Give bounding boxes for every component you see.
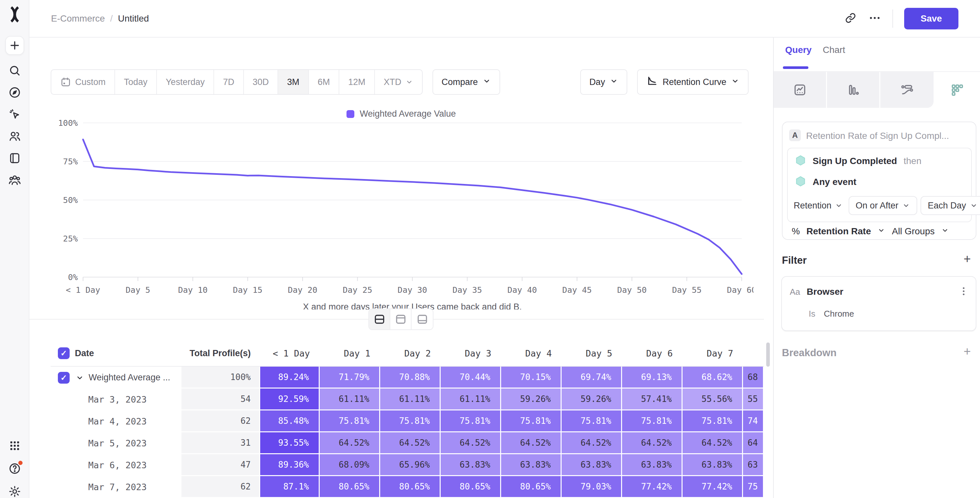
column-header-day-7: Day 7 — [682, 340, 743, 366]
filter-value[interactable]: Chrome — [824, 309, 854, 319]
retention-table: ✓ DateTotal Profile(s)< 1 DayDay 1Day 2D… — [51, 340, 764, 498]
retention-cell: 75.81% — [501, 410, 562, 432]
more-options-icon[interactable] — [868, 11, 881, 26]
range-button-custom[interactable]: Custom — [51, 70, 115, 94]
add-breakdown-button[interactable]: + — [964, 345, 971, 358]
sidebar-item-grid-dots[interactable] — [0, 437, 29, 455]
chart-tab-insights-square[interactable] — [774, 72, 827, 108]
retention-cell: 79.03% — [562, 476, 622, 498]
layout-panel-bottom-button[interactable] — [412, 309, 433, 329]
right-panel: Query Chart A Retention Rate of Sign Up … — [773, 38, 980, 498]
row-checkbox[interactable]: ✓ — [58, 372, 70, 383]
copy-link-icon[interactable] — [844, 11, 857, 26]
filter-menu-icon[interactable] — [958, 285, 970, 299]
range-button-yesterday[interactable]: Yesterday — [157, 70, 214, 94]
range-label: 7D — [223, 77, 234, 87]
chevron-down-icon — [482, 77, 491, 88]
retention-cell: 64.52% — [320, 432, 380, 454]
svg-text:Day 10: Day 10 — [178, 285, 208, 295]
total-profiles-cell: 54 — [181, 388, 259, 410]
filter-field[interactable]: Browser — [807, 286, 843, 297]
app-logo-icon[interactable] — [6, 5, 23, 24]
retention-curve-chart[interactable]: 0%25%50%75%100%< 1 DayDay 5Day 10Day 15D… — [52, 117, 754, 309]
filter-card[interactable]: Aa Browser Is Chrome — [781, 276, 977, 331]
chart-tab-flow[interactable] — [880, 72, 934, 108]
retention-cell: 63.83% — [501, 454, 562, 476]
range-label: Yesterday — [166, 77, 205, 87]
save-button[interactable]: Save — [904, 8, 958, 29]
chart-tab-bar-chart[interactable] — [827, 72, 880, 108]
svg-text:Day 15: Day 15 — [233, 285, 262, 295]
retention-cell: 92.59% — [259, 388, 320, 410]
sidebar-item-notebook[interactable] — [0, 150, 29, 168]
retention-cell: 68.09% — [320, 454, 380, 476]
breadcrumb-parent[interactable]: E-Commerce — [51, 13, 105, 24]
retention-cell-clipped: 75 — [743, 476, 764, 498]
retention-cell: 64.52% — [562, 432, 622, 454]
svg-text:< 1 Day: < 1 Day — [66, 285, 100, 295]
range-button-3m[interactable]: 3M — [278, 70, 309, 94]
chart-svg[interactable]: 0%25%50%75%100%< 1 DayDay 5Day 10Day 15D… — [52, 117, 754, 309]
svg-text:Day 5: Day 5 — [126, 285, 150, 295]
range-button-7d[interactable]: 7D — [214, 70, 244, 94]
svg-text:Day 50: Day 50 — [617, 285, 647, 295]
range-button-xtd[interactable]: XTD — [375, 70, 422, 94]
query-title[interactable]: Retention Rate of Sign Up Compl... — [806, 131, 949, 141]
retention-dropdown[interactable]: Retention — [794, 200, 845, 211]
retention-cell: 68.62% — [682, 367, 743, 388]
tab-chart[interactable]: Chart — [823, 45, 845, 55]
column-header-day-0: < 1 Day — [259, 340, 320, 366]
sidebar-item-users-three[interactable] — [0, 172, 29, 190]
chart-type-dropdown[interactable]: Retention Curve — [637, 69, 749, 95]
string-type-icon: Aa — [790, 287, 800, 297]
range-button-30d[interactable]: 30D — [244, 70, 278, 94]
create-new-button[interactable] — [5, 36, 24, 55]
column-header-total: Total Profile(s) — [181, 340, 259, 366]
granularity-dropdown[interactable]: Day — [580, 69, 627, 95]
compare-button[interactable]: Compare — [433, 69, 500, 95]
retention-cell: 75.81% — [622, 410, 682, 432]
retention-cell: 70.88% — [380, 367, 441, 388]
event-step-2[interactable]: Any event — [795, 176, 856, 188]
on-or-after-dropdown[interactable]: On or After — [849, 196, 918, 215]
table-row: Mar 6, 20234789.36%68.09%65.96%63.83%63.… — [51, 454, 764, 476]
chevron-down-icon — [405, 78, 413, 86]
breadcrumb-current[interactable]: Untitled — [118, 13, 149, 24]
sidebar-item-users[interactable] — [0, 128, 29, 146]
measure-metric-dropdown[interactable]: Retention Rate — [807, 226, 871, 237]
event-suffix: then — [904, 156, 921, 166]
each-day-dropdown[interactable]: Each Day — [921, 196, 980, 215]
layout-split-h-button[interactable] — [369, 309, 390, 329]
svg-text:Day 35: Day 35 — [452, 285, 482, 295]
layout-switcher — [368, 309, 433, 330]
retention-cell: 57.41% — [622, 388, 682, 410]
range-label: 3M — [287, 77, 299, 87]
chart-tab-retention-grid[interactable] — [934, 72, 980, 108]
sidebar-item-help-circle[interactable] — [0, 460, 29, 478]
range-button-12m[interactable]: 12M — [339, 70, 375, 94]
add-filter-button[interactable]: + — [964, 253, 971, 265]
event-step-1[interactable]: Sign Up Completedthen — [795, 155, 921, 167]
expand-chevron-icon[interactable] — [75, 374, 84, 382]
total-profiles-cell: 100% — [181, 367, 259, 388]
measure-groups-dropdown[interactable]: All Groups — [892, 226, 935, 237]
range-button-6m[interactable]: 6M — [309, 70, 340, 94]
table-scrollbar[interactable] — [766, 342, 770, 367]
retention-curve-line — [83, 140, 742, 274]
range-button-today[interactable]: Today — [115, 70, 157, 94]
layout-panel-top-button[interactable] — [390, 309, 412, 329]
app: E-Commerce / Untitled Save CustomTodayYe… — [0, 0, 980, 498]
sidebar-item-search[interactable] — [0, 62, 29, 80]
select-all-checkbox[interactable]: ✓ — [58, 347, 70, 359]
filter-operator[interactable]: Is — [809, 309, 815, 319]
column-header-clipped — [743, 340, 764, 366]
tab-query[interactable]: Query — [785, 45, 811, 55]
sidebar-item-pointer-sparkle[interactable] — [0, 106, 29, 124]
chevron-down-icon — [970, 202, 978, 210]
granularity-label: Day — [589, 77, 605, 87]
sidebar-item-compass[interactable] — [0, 84, 29, 102]
column-header-day-6: Day 6 — [622, 340, 682, 366]
breadcrumb: E-Commerce / Untitled — [51, 0, 149, 37]
sidebar-item-gear[interactable] — [0, 483, 29, 498]
retention-cell: 63.83% — [441, 454, 501, 476]
